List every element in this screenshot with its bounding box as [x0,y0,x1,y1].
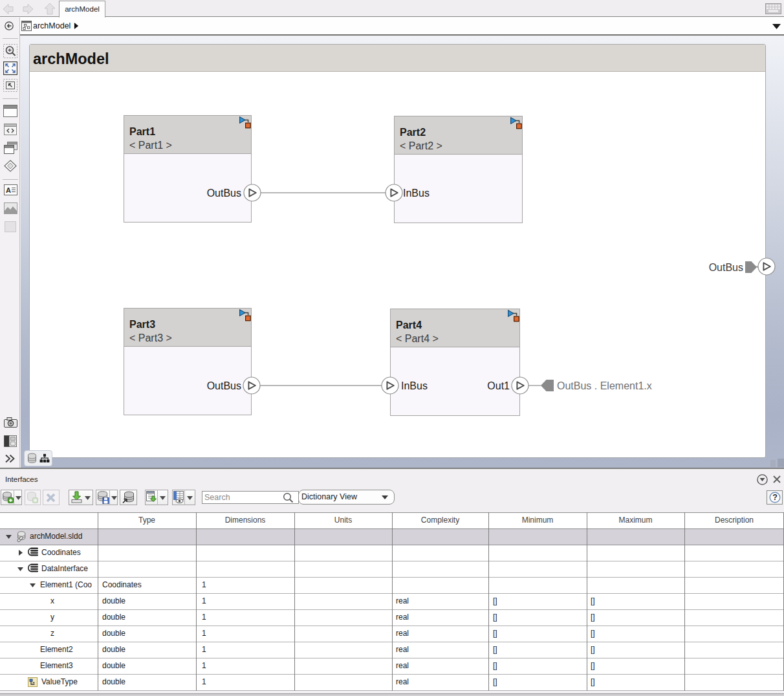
svg-text:Out1: Out1 [487,380,510,391]
svg-text:OutBus: OutBus [207,188,241,199]
svg-text:?: ? [772,493,778,502]
svg-text:OutBus: OutBus [207,380,241,391]
svg-text:InBus: InBus [403,188,430,199]
svg-text:OutBus . Element1.x: OutBus . Element1.x [557,380,652,391]
svg-text:A: A [6,186,11,194]
svg-text:InBus: InBus [401,380,428,391]
svg-text:OutBus: OutBus [709,262,743,273]
